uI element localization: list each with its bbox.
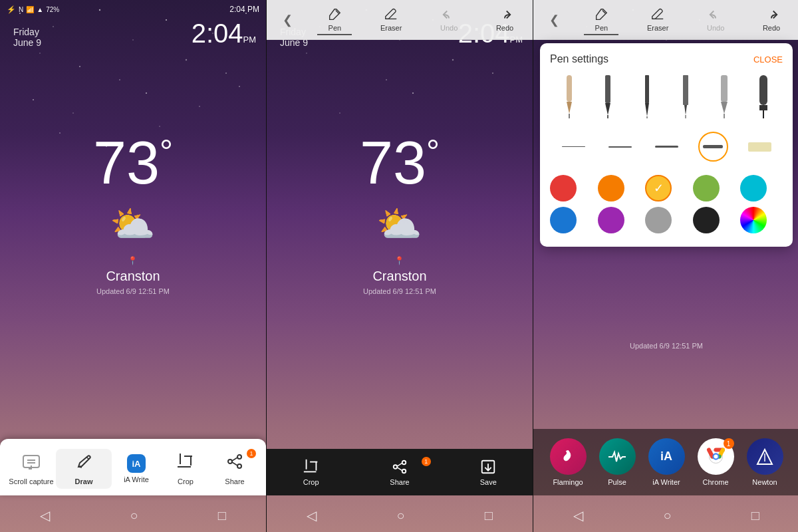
color-blue[interactable] xyxy=(550,207,577,233)
panel2-crop-btn[interactable]: Crop xyxy=(267,458,355,486)
pulse-icon-svg xyxy=(607,447,627,467)
scroll-capture-btn[interactable]: Scroll capture xyxy=(7,452,56,485)
pen-type-4[interactable] xyxy=(671,75,701,118)
svg-marker-72 xyxy=(567,102,572,114)
panel3-pen-btn[interactable]: Pen xyxy=(584,4,618,35)
svg-point-53 xyxy=(394,465,398,469)
line-size-1[interactable] xyxy=(559,135,589,158)
color-purple[interactable] xyxy=(598,207,624,233)
color-orange[interactable] xyxy=(598,175,624,201)
undo-tool-btn[interactable]: Undo xyxy=(430,4,467,35)
chrome-badge: 1 xyxy=(724,438,734,449)
newton-app-wrapper: Newton xyxy=(747,438,783,486)
color-custom[interactable] xyxy=(740,207,767,233)
pen-type-1[interactable] xyxy=(555,75,585,118)
pen-settings-close-btn[interactable]: CLOSE xyxy=(753,55,783,65)
flamingo-icon-svg xyxy=(558,447,578,467)
color-yellow-selected[interactable] xyxy=(645,175,672,201)
newton-app-name: Newton xyxy=(752,478,777,486)
panel2-back-icon[interactable]: ◁ xyxy=(307,507,317,523)
svg-point-8 xyxy=(79,66,80,67)
line-size-2[interactable] xyxy=(605,135,635,158)
back-icon[interactable]: ◁ xyxy=(40,507,50,523)
updated-text: Updated 6/9 12:51 PM xyxy=(93,287,173,295)
color-black[interactable] xyxy=(693,207,720,233)
line-sample-thick xyxy=(703,145,723,148)
line-size-4-selected[interactable] xyxy=(698,132,728,162)
color-red[interactable] xyxy=(550,175,577,201)
svg-point-16 xyxy=(239,86,240,87)
newton-icon-svg xyxy=(755,447,775,467)
svg-point-13 xyxy=(72,112,74,114)
panel3-eraser-btn[interactable]: Eraser xyxy=(637,4,678,35)
svg-rect-83 xyxy=(721,75,728,102)
color-cyan[interactable] xyxy=(740,175,767,201)
share-btn[interactable]: 1 Share xyxy=(210,452,259,485)
pen-nib-6-icon xyxy=(756,75,771,118)
pen-type-2[interactable] xyxy=(593,75,623,118)
panel3-back-icon[interactable]: ❮ xyxy=(543,13,566,27)
panel2-share-badge: 1 xyxy=(422,457,431,466)
panel2-share-btn[interactable]: 1 Share xyxy=(355,458,444,486)
line-size-selector xyxy=(550,128,783,165)
time-value: 2:04 xyxy=(192,19,243,48)
color-green[interactable] xyxy=(693,175,720,201)
panel2-save-btn[interactable]: Save xyxy=(444,458,533,486)
panel3-redo-icon xyxy=(764,7,779,22)
crop-svg xyxy=(176,452,195,471)
pen-nib-3-icon xyxy=(640,75,654,118)
draw-svg xyxy=(74,452,93,471)
pen-type-5[interactable] xyxy=(710,75,739,118)
svg-rect-71 xyxy=(567,75,572,102)
panel2-save-icon xyxy=(479,458,497,475)
pulse-app-wrapper: Pulse xyxy=(599,438,636,486)
pen-nib-2-icon xyxy=(600,75,615,118)
pen-settings-title: Pen settings xyxy=(550,53,608,65)
svg-point-3 xyxy=(132,39,134,41)
recents-icon[interactable]: □ xyxy=(218,508,226,523)
toolbar-items-row: Scroll capture Draw iA iA Write xyxy=(0,446,266,492)
svg-rect-80 xyxy=(683,75,688,105)
panel-3: ❮ Pen Eraser Undo xyxy=(533,0,798,532)
panel2-home-icon[interactable]: ○ xyxy=(396,508,404,523)
pen-type-6[interactable] xyxy=(748,75,778,118)
eraser-tool-icon xyxy=(384,7,398,22)
home-icon[interactable]: ○ xyxy=(130,508,138,523)
ia-writer-app-icon[interactable]: iA xyxy=(648,438,685,475)
ia-write-btn[interactable]: iA iA Write xyxy=(112,454,161,483)
panel3-back-nav-icon[interactable]: ◁ xyxy=(573,507,583,523)
pen-tool-btn[interactable]: Pen xyxy=(317,4,352,35)
scroll-capture-svg xyxy=(22,452,41,471)
newton-app-icon[interactable] xyxy=(747,438,783,475)
pen-type-3[interactable] xyxy=(632,75,662,118)
panel3-updated-area: Updated 6/9 12:51 PM xyxy=(533,339,798,351)
svg-point-14 xyxy=(146,92,147,94)
crop-icon xyxy=(176,452,195,475)
nav-bar: ◁ ○ □ xyxy=(0,499,266,532)
panel2-recents-icon[interactable]: □ xyxy=(485,508,493,523)
time-display: 2:04PM xyxy=(192,20,256,47)
crop-btn[interactable]: Crop xyxy=(161,452,210,485)
svg-line-56 xyxy=(397,467,402,471)
color-gray[interactable] xyxy=(645,207,672,233)
scroll-capture-icon xyxy=(22,452,41,475)
redo-tool-btn[interactable]: Redo xyxy=(486,4,523,35)
panel3-recents-nav-icon[interactable]: □ xyxy=(751,508,759,523)
status-right: 2:04 PM xyxy=(229,5,259,14)
panel3-pen-icon xyxy=(594,7,608,22)
annotation-back-icon[interactable]: ❮ xyxy=(276,13,299,27)
panel3-undo-btn[interactable]: Undo xyxy=(697,4,734,35)
svg-point-7 xyxy=(39,53,41,54)
nfc-icon: N xyxy=(19,6,23,13)
panel3-redo-btn[interactable]: Redo xyxy=(753,4,790,35)
eraser-tool-btn[interactable]: Eraser xyxy=(370,4,412,35)
line-size-3[interactable] xyxy=(652,135,682,158)
pulse-app-icon[interactable] xyxy=(599,438,636,475)
line-size-5[interactable] xyxy=(745,135,775,158)
scroll-capture-label: Scroll capture xyxy=(9,477,53,485)
flamingo-app-icon[interactable] xyxy=(550,438,587,475)
panel3-home-nav-icon[interactable]: ○ xyxy=(663,508,671,523)
bluetooth-icon: ⚡ xyxy=(7,5,16,14)
draw-btn[interactable]: Draw xyxy=(56,449,112,489)
ia-write-icon: iA xyxy=(127,454,146,473)
